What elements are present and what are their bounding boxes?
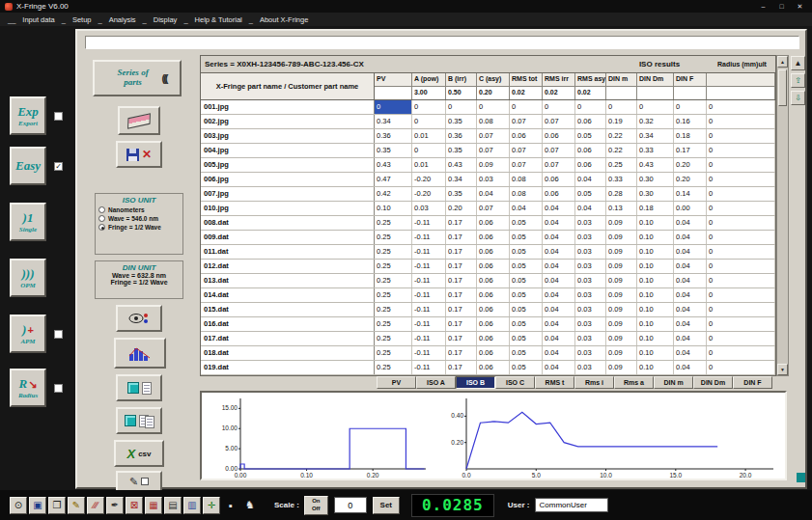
scale-value-field[interactable] — [334, 497, 367, 513]
save-delete-button[interactable]: ✕ — [116, 141, 162, 168]
value-cell: 0.04 — [674, 260, 707, 273]
chart-tab-iso-c[interactable]: ISO C — [495, 376, 535, 389]
chart-tab-pv[interactable]: PV — [377, 376, 416, 389]
user-field[interactable] — [535, 498, 608, 512]
iso-option-wave-546-0-nm[interactable]: Wave = 546.0 nm — [98, 215, 180, 222]
grid-blue-icon[interactable]: ▥ — [183, 497, 201, 514]
scroll-up-button[interactable]: ▲ — [777, 56, 788, 68]
table-row[interactable]: 009.dat0.25-0.110.170.060.050.040.030.09… — [201, 231, 775, 245]
3d-view-button[interactable] — [116, 374, 162, 401]
cat-icon[interactable]: ♞ — [241, 497, 259, 514]
table-row[interactable]: 011.dat0.25-0.110.170.060.050.040.030.09… — [201, 245, 775, 260]
table-row[interactable]: 004.jpg0.3500.350.070.070.070.060.220.33… — [201, 144, 775, 158]
table-row[interactable]: 006.jpg0.47-0.200.340.030.080.060.040.33… — [201, 173, 775, 187]
delete-icon[interactable]: ⊠ — [126, 497, 143, 514]
chart-tab-rms-a[interactable]: Rms a — [614, 376, 654, 389]
pencil-icon[interactable]: ✎ — [68, 497, 85, 514]
erase-button[interactable] — [118, 106, 160, 135]
value-cell: 0.04 — [674, 245, 707, 259]
table-row[interactable]: 017.dat0.25-0.110.170.060.050.040.030.09… — [201, 332, 775, 346]
apm-checkbox[interactable] — [54, 330, 63, 339]
table-row[interactable]: 007.jpg0.42-0.200.350.040.080.060.050.28… — [201, 187, 775, 202]
radius-row: R↘Radius — [10, 369, 63, 407]
export-csv-button[interactable]: X csv — [114, 440, 164, 467]
move-icon[interactable]: ✛ — [203, 497, 220, 514]
annotate-button[interactable]: ✎ — [116, 471, 162, 492]
value-cell: 0.03 — [575, 216, 606, 230]
chart-tab-rms-t[interactable]: RMS t — [535, 376, 574, 389]
svg-text:0.10: 0.10 — [300, 472, 313, 479]
scale-set-button[interactable]: Set — [373, 497, 400, 514]
display-icon[interactable]: ▣ — [29, 497, 46, 514]
column-header-rms-tot: RMS tot — [510, 73, 543, 86]
grid-icon[interactable]: ▤ — [164, 497, 182, 514]
table-row[interactable]: 003.jpg0.360.010.360.070.060.060.050.220… — [201, 129, 775, 144]
view-button[interactable] — [116, 305, 162, 332]
opm-button[interactable]: )))OPM — [10, 259, 46, 297]
single-button[interactable]: )1Single — [10, 203, 46, 241]
table-row[interactable]: 016.dat0.25-0.110.170.060.050.040.030.09… — [201, 317, 775, 332]
value-cell: 0 — [707, 317, 775, 331]
table-row[interactable]: 002.jpg0.3400.350.080.070.070.060.190.32… — [201, 115, 775, 129]
table-scroll-top-button[interactable]: ▲ — [791, 56, 805, 70]
easy-checkbox[interactable]: ✓ — [54, 162, 63, 171]
tolerance-cell — [375, 87, 412, 99]
table-row[interactable]: 018.dat0.25-0.110.170.060.050.040.030.09… — [201, 346, 775, 361]
radius-checkbox[interactable] — [54, 384, 63, 393]
histogram-button[interactable] — [114, 338, 166, 369]
part-name-cell: 002.jpg — [201, 115, 375, 128]
value-cell: 0.10 — [375, 202, 412, 215]
scrollbar-thumb[interactable] — [778, 69, 787, 106]
easy-button[interactable]: Easy — [10, 147, 46, 185]
3d-copy-button[interactable] — [116, 407, 162, 434]
menu-item-analysis[interactable]: Analysis — [104, 15, 141, 24]
table-row[interactable]: 008.dat0.25-0.110.170.060.050.040.030.09… — [201, 216, 775, 231]
chart-tab-iso-b[interactable]: ISO B — [456, 376, 495, 389]
table-row[interactable]: 010.jpg0.100.030.200.070.040.040.040.130… — [201, 202, 775, 216]
chart-tab-rms-i[interactable]: Rms i — [574, 376, 614, 389]
radius-button[interactable]: R↘Radius — [10, 369, 46, 407]
marker-icon[interactable]: ▪ — [222, 497, 239, 514]
value-cell: 0.03 — [575, 317, 606, 331]
maximize-button[interactable]: □ — [774, 3, 789, 10]
value-cell: 0.06 — [543, 187, 575, 201]
grid-red-icon[interactable]: ▦ — [145, 497, 162, 514]
table-row[interactable]: 001.jpg00000000000 — [201, 100, 775, 115]
iso-option-nanometers[interactable]: Nanometers — [98, 206, 180, 213]
chart-tab-din-m[interactable]: DIN m — [654, 376, 693, 389]
menu-item-help-tutorial[interactable]: Help & Tutorial — [190, 15, 247, 24]
table-scrollbar[interactable]: ▲ ▼ — [776, 55, 789, 376]
value-cell: 0.09 — [606, 216, 637, 230]
table-column-headers: X-Fringe part name / Customer part name … — [201, 73, 775, 100]
series-of-parts-button[interactable]: Series of parts ((( — [93, 60, 182, 96]
chart-tab-iso-a[interactable]: ISO A — [416, 376, 456, 389]
menu-item-setup[interactable]: Setup — [68, 15, 97, 24]
apm-button[interactable]: )+APM — [10, 315, 46, 353]
chart-tab-din-f[interactable]: DIN F — [733, 376, 772, 389]
minimize-button[interactable]: – — [756, 3, 770, 10]
table-row[interactable]: 013.dat0.25-0.110.170.060.050.040.030.09… — [201, 274, 775, 288]
scroll-down-button[interactable]: ▼ — [777, 364, 788, 375]
table-row[interactable]: 015.dat0.25-0.110.170.060.050.040.030.09… — [201, 303, 775, 317]
scale-onoff-button[interactable]: On Off — [304, 496, 328, 515]
export-button[interactable]: ExpExport — [10, 96, 46, 135]
table-side-tool-1-button[interactable]: ⇪ — [791, 73, 805, 88]
panel-corner-button[interactable] — [797, 473, 805, 482]
menu-item-display[interactable]: Display — [149, 15, 182, 24]
menu-item-input-data[interactable]: Input data — [17, 15, 59, 24]
table-row[interactable]: 014.dat0.25-0.110.170.060.050.040.030.09… — [201, 288, 775, 303]
table-side-tool-2-button[interactable]: ⇩ — [791, 91, 805, 105]
power-icon[interactable]: ⊙ — [10, 497, 27, 514]
brushes-icon[interactable]: ∕∕∕ — [87, 497, 104, 514]
table-row[interactable]: 019.dat0.25-0.110.170.060.050.040.030.09… — [201, 361, 775, 375]
pens-icon[interactable]: ✒ — [106, 497, 124, 514]
window-icon[interactable]: ❐ — [48, 497, 66, 514]
table-row[interactable]: 012.dat0.25-0.110.170.060.050.040.030.09… — [201, 260, 775, 274]
close-button[interactable]: ✕ — [793, 3, 807, 11]
menu-item-about-x-fringe[interactable]: About X-Fringe — [255, 15, 313, 24]
value-cell: 0.04 — [674, 216, 707, 230]
chart-tab-din-dm[interactable]: DIN Dm — [693, 376, 733, 389]
table-row[interactable]: 005.jpg0.430.010.430.090.070.070.060.250… — [201, 158, 775, 173]
export-checkbox[interactable] — [54, 112, 63, 121]
iso-option-fringe-1-2-wave[interactable]: Fringe = 1/2 Wave — [98, 224, 180, 231]
